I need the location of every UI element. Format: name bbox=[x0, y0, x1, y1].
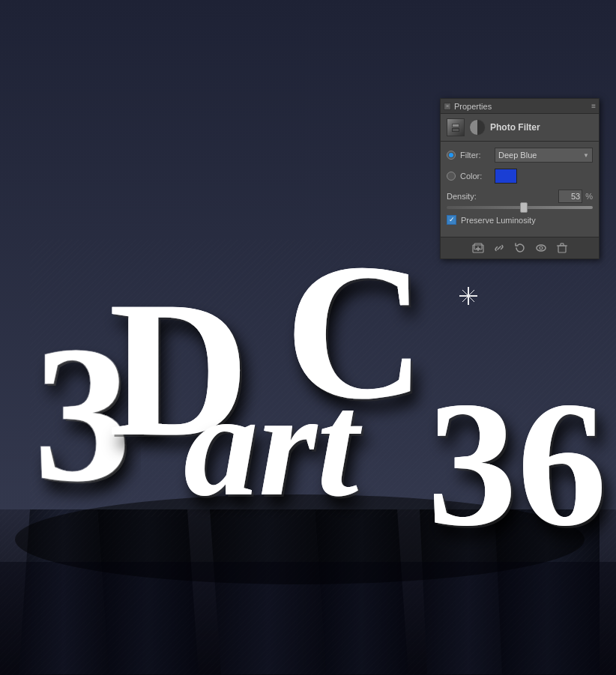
preserve-luminosity-checkbox[interactable]: ✓ bbox=[447, 215, 456, 225]
photo-filter-title: Photo Filter bbox=[490, 122, 540, 133]
layer-thumbnail-icon[interactable] bbox=[447, 118, 465, 136]
density-slider-thumb[interactable] bbox=[520, 202, 528, 213]
link-button[interactable] bbox=[492, 240, 507, 255]
properties-panel: × Properties ≡ Photo Filter Filter: Deep… bbox=[440, 98, 600, 259]
density-label: Density: bbox=[447, 192, 477, 201]
density-slider-track[interactable] bbox=[447, 206, 593, 209]
filter-label: Filter: bbox=[460, 151, 490, 160]
filter-value: Deep Blue bbox=[498, 151, 537, 160]
reset-button[interactable] bbox=[513, 240, 528, 255]
svg-text:36: 36 bbox=[427, 364, 607, 563]
panel-titlebar-left: × Properties bbox=[444, 102, 492, 111]
filter-radio[interactable] bbox=[447, 151, 456, 160]
color-row: Color: bbox=[447, 169, 593, 184]
panel-header-row: Photo Filter bbox=[441, 114, 599, 142]
svg-point-36 bbox=[537, 245, 546, 251]
density-percent: % bbox=[585, 192, 593, 201]
preserve-luminosity-label: Preserve Luminosity bbox=[461, 216, 536, 225]
panel-title: Properties bbox=[454, 102, 492, 111]
adjustment-layer-icon[interactable] bbox=[469, 119, 486, 136]
add-layer-button[interactable] bbox=[471, 240, 486, 255]
link-icon bbox=[493, 242, 505, 254]
svg-point-37 bbox=[540, 246, 543, 249]
add-layer-icon bbox=[472, 242, 484, 254]
panel-menu-button[interactable]: ≡ bbox=[591, 102, 596, 110]
delete-button[interactable] bbox=[555, 240, 570, 255]
density-input[interactable] bbox=[558, 190, 582, 203]
svg-rect-31 bbox=[0, 562, 616, 675]
filter-dropdown-arrow: ▼ bbox=[583, 152, 589, 159]
filter-dropdown[interactable]: Deep Blue ▼ bbox=[495, 148, 593, 163]
color-swatch[interactable] bbox=[495, 169, 517, 184]
eye-icon bbox=[535, 242, 547, 254]
color-label: Color: bbox=[460, 172, 490, 181]
panel-titlebar: × Properties ≡ bbox=[441, 99, 599, 114]
filter-row: Filter: Deep Blue ▼ bbox=[447, 148, 593, 163]
close-button[interactable]: × bbox=[444, 103, 451, 110]
preserve-luminosity-row: ✓ Preserve Luminosity bbox=[447, 215, 593, 225]
checkbox-check-icon: ✓ bbox=[449, 217, 455, 223]
svg-rect-38 bbox=[558, 246, 566, 252]
density-row: Density: % bbox=[447, 190, 593, 203]
visibility-button[interactable] bbox=[534, 240, 549, 255]
panel-content: Filter: Deep Blue ▼ Color: Density: % bbox=[441, 142, 599, 237]
color-radio[interactable] bbox=[447, 172, 456, 181]
reset-icon bbox=[514, 242, 526, 254]
trash-icon bbox=[556, 242, 568, 254]
svg-text:art: art bbox=[184, 361, 363, 527]
density-value-box: % bbox=[558, 190, 593, 203]
panel-footer bbox=[441, 237, 599, 258]
